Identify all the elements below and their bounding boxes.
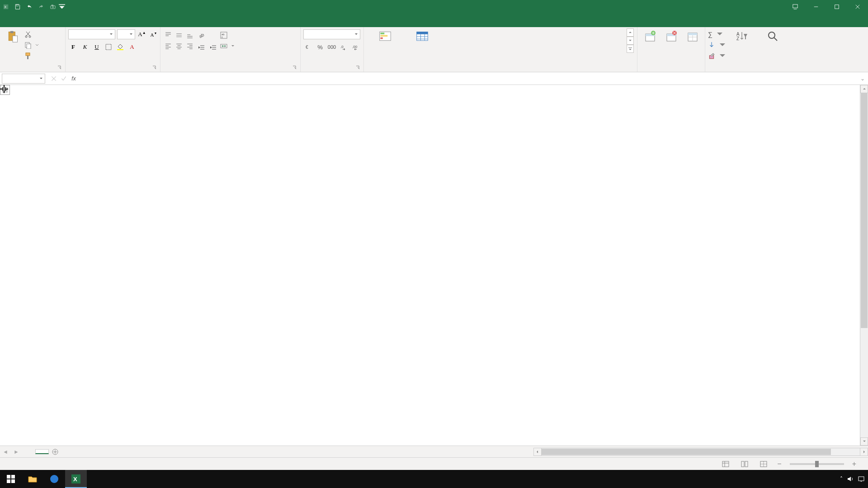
- taskbar-file-explorer[interactable]: [22, 470, 43, 488]
- gallery-down-button[interactable]: [627, 37, 634, 45]
- svg-text:Z: Z: [736, 36, 739, 41]
- svg-rect-58: [7, 479, 10, 483]
- gallery-up-button[interactable]: [627, 28, 634, 37]
- autosum-button[interactable]: ∑: [708, 29, 726, 39]
- format-as-table-button[interactable]: [406, 28, 439, 44]
- copy-button[interactable]: [24, 40, 39, 50]
- font-color-button[interactable]: A: [127, 42, 137, 52]
- insert-function-button[interactable]: fx: [69, 74, 79, 84]
- borders-button[interactable]: [104, 42, 113, 52]
- save-qat-button[interactable]: [12, 0, 24, 14]
- vertical-scrollbar[interactable]: [860, 93, 868, 437]
- svg-rect-56: [7, 475, 10, 479]
- page-break-view-button[interactable]: [758, 460, 769, 469]
- format-painter-button[interactable]: [24, 51, 39, 61]
- formula-bar-input[interactable]: [81, 74, 857, 84]
- svg-rect-48: [4, 90, 5, 92]
- fill-button[interactable]: [708, 40, 726, 50]
- svg-rect-63: [859, 477, 864, 481]
- gallery-more-button[interactable]: [627, 45, 634, 53]
- fill-color-button[interactable]: [115, 42, 125, 52]
- scroll-down-button[interactable]: [860, 437, 868, 446]
- decrease-indent-button[interactable]: [197, 43, 207, 53]
- tray-notifications-icon[interactable]: [858, 476, 864, 482]
- scroll-up-button[interactable]: [860, 85, 868, 93]
- align-right-button[interactable]: [185, 41, 195, 51]
- underline-button[interactable]: U: [92, 42, 102, 52]
- horizontal-scrollbar[interactable]: [542, 448, 860, 456]
- format-cells-button[interactable]: [683, 28, 702, 44]
- italic-button[interactable]: K: [80, 42, 90, 52]
- tray-volume-icon[interactable]: [847, 476, 854, 482]
- add-sheet-button[interactable]: [49, 449, 61, 455]
- sort-filter-button[interactable]: AZ: [728, 28, 756, 44]
- quick-analysis-button[interactable]: [0, 85, 10, 95]
- enter-formula-button: [59, 74, 69, 84]
- svg-text:X: X: [73, 476, 77, 483]
- svg-rect-52: [722, 461, 729, 467]
- increase-decimal-button[interactable]: ,0: [339, 42, 349, 52]
- paste-button[interactable]: [3, 28, 23, 44]
- font-size-combo[interactable]: [117, 29, 135, 39]
- page-layout-view-button[interactable]: [739, 460, 750, 469]
- wrap-text-button[interactable]: abc: [220, 30, 235, 40]
- svg-rect-53: [741, 461, 744, 467]
- sheet-tab-active[interactable]: [35, 449, 49, 454]
- maximize-window-button[interactable]: [826, 0, 847, 14]
- minimize-window-button[interactable]: [806, 0, 826, 14]
- font-name-combo[interactable]: [68, 29, 115, 39]
- normal-view-button[interactable]: [720, 460, 731, 469]
- svg-rect-59: [11, 479, 15, 483]
- align-middle-button[interactable]: [174, 30, 184, 40]
- align-left-button[interactable]: [163, 41, 173, 51]
- close-window-button[interactable]: [847, 0, 868, 14]
- scroll-left-button[interactable]: [533, 448, 542, 456]
- zoom-slider[interactable]: [790, 463, 844, 465]
- ribbon-display-options[interactable]: [785, 0, 806, 14]
- start-button[interactable]: [0, 470, 22, 488]
- number-launcher[interactable]: [355, 66, 361, 71]
- alignment-launcher[interactable]: [292, 66, 297, 71]
- number-format-combo[interactable]: [303, 29, 360, 39]
- delete-cells-button[interactable]: [661, 28, 681, 44]
- scroll-right-button[interactable]: [860, 448, 868, 456]
- increase-font-button[interactable]: A▲: [137, 29, 147, 39]
- svg-rect-42: [688, 33, 697, 35]
- name-box[interactable]: [2, 74, 45, 84]
- bold-button[interactable]: F: [68, 42, 78, 52]
- tab-nav-next[interactable]: ►: [11, 449, 22, 455]
- clipboard-launcher[interactable]: [57, 66, 62, 71]
- svg-rect-10: [10, 31, 14, 33]
- comma-format-button[interactable]: 000: [327, 42, 337, 52]
- undo-qat-button[interactable]: [24, 0, 35, 14]
- accounting-format-button[interactable]: €: [303, 42, 313, 52]
- align-center-button[interactable]: [174, 41, 184, 51]
- tab-nav-prev[interactable]: ◄: [0, 449, 11, 455]
- svg-rect-11: [13, 36, 18, 42]
- customize-qat-button[interactable]: [59, 0, 65, 14]
- taskbar-edge[interactable]: [43, 470, 65, 488]
- tray-chevron-icon[interactable]: ˄: [840, 476, 843, 482]
- font-launcher[interactable]: [152, 66, 157, 71]
- svg-point-4: [52, 6, 54, 8]
- taskbar-excel[interactable]: X: [65, 470, 87, 488]
- percent-format-button[interactable]: %: [315, 42, 325, 52]
- orientation-button[interactable]: ab: [197, 30, 207, 40]
- decrease-decimal-button[interactable]: ,00: [350, 42, 360, 52]
- conditional-formatting-button[interactable]: [367, 28, 404, 44]
- align-top-button[interactable]: [163, 30, 173, 40]
- decrease-font-button[interactable]: A▼: [149, 29, 159, 39]
- camera-qat-button[interactable]: [47, 0, 59, 14]
- zoom-in-button[interactable]: +: [852, 460, 856, 468]
- insert-cells-button[interactable]: [640, 28, 660, 44]
- increase-indent-button[interactable]: [208, 43, 218, 53]
- zoom-out-button[interactable]: −: [777, 460, 781, 468]
- clear-button[interactable]: [708, 51, 726, 61]
- redo-qat-button[interactable]: [35, 0, 47, 14]
- cut-button[interactable]: [24, 29, 39, 39]
- expand-formula-bar-button[interactable]: ⌄: [857, 75, 868, 82]
- merge-center-button[interactable]: [220, 41, 235, 51]
- find-select-button[interactable]: [758, 28, 788, 44]
- svg-rect-17: [27, 56, 28, 59]
- align-bottom-button[interactable]: [185, 30, 195, 40]
